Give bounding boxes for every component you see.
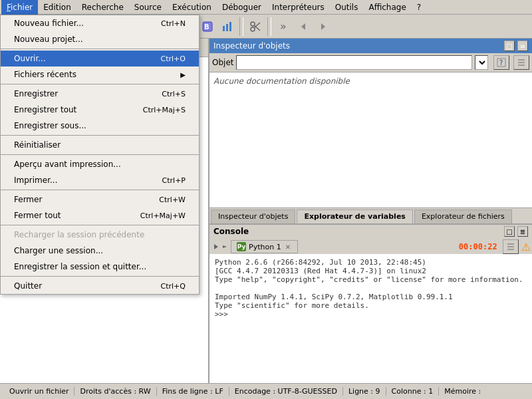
console-output[interactable]: Python 2.6.6 (r266:84292, Jul 10 2013, 2… (209, 254, 532, 383)
svg-marker-38 (223, 245, 227, 248)
menu-outils[interactable]: Outils (330, 0, 364, 15)
enregistrer-session-label: Enregistrer la session et quitter... (14, 262, 146, 271)
inspector-close-btn[interactable]: □ (504, 41, 515, 51)
menu-recherche-label: Recherche (82, 3, 124, 12)
menu-affichage[interactable]: Affichage (363, 0, 411, 15)
toolbar-back[interactable] (294, 17, 313, 36)
menu-source[interactable]: Source (129, 0, 167, 15)
statusbar: Ouvrir un fichier Droits d'accès : RW Fi… (0, 383, 532, 399)
menu-deboguer-label: Déboguer (222, 3, 261, 12)
right-panel: Inspecteur d'objets □ ≡ Objet ? (209, 39, 532, 383)
menu-enregistrer[interactable]: Enregistrer Ctrl+S (1, 86, 199, 102)
menu-enregistrer-session[interactable]: Enregistrer la session et quitter... (1, 259, 199, 275)
menu-imprimer[interactable]: Imprimer... Ctrl+P (1, 172, 199, 188)
menu-nouveau-projet[interactable]: Nouveau projet... (1, 31, 199, 47)
toolbar-debug[interactable]: B (198, 17, 217, 36)
console-timer: 00:00:22 (459, 242, 497, 251)
tab-variables-label: Explorateur de variables (304, 212, 406, 221)
menu-fichier[interactable]: Fichier (1, 0, 38, 15)
console-tab-close[interactable]: ✕ (284, 243, 292, 251)
fichier-dropdown: Nouveau fichier... Ctrl+N Nouveau projet… (0, 15, 200, 295)
inspector-panel: Inspecteur d'objets □ ≡ Objet ? (209, 39, 532, 225)
tab-files-label: Explorateur de fichiers (422, 212, 505, 221)
inspector-toolbar: Objet ? (209, 53, 532, 72)
svg-marker-37 (214, 244, 218, 249)
fermer-tout-shortcut: Ctrl+Maj+W (140, 211, 186, 220)
menu-help-label: ? (417, 3, 421, 12)
console-tab-label: Python 1 (249, 243, 281, 251)
toolbar-scissors[interactable] (246, 17, 265, 36)
menu-sep-7 (1, 276, 199, 277)
console-close-btn[interactable]: □ (504, 226, 515, 237)
inspector-help-btn[interactable]: ? (493, 55, 509, 70)
nouveau-fichier-shortcut: Ctrl+N (161, 19, 186, 28)
console-panel: Console □ ≡ Py Python 1 ✕ 00 (209, 225, 532, 383)
menu-fermer[interactable]: Fermer Ctrl+W (1, 192, 199, 207)
console-titlebar: Console □ ≡ (209, 225, 532, 238)
tab-variables[interactable]: Explorateur de variables (297, 209, 413, 223)
console-tab-arrow[interactable] (211, 241, 228, 252)
menu-sep-1 (1, 49, 199, 49)
menu-interpreteurs-label: Interpréteurs (272, 3, 325, 12)
inspector-object-dropdown[interactable] (475, 55, 488, 70)
menu-interpreteurs[interactable]: Interpréteurs (267, 0, 330, 15)
console-menu-btn[interactable]: ≡ (517, 226, 528, 237)
console-tabbar: Py Python 1 ✕ 00:00:22 ⚠ (209, 238, 532, 254)
svg-text:B: B (204, 23, 209, 31)
menu-quitter[interactable]: Quitter Ctrl+Q (1, 278, 199, 294)
menu-fichiers-recents[interactable]: Fichiers récents ▶ (1, 66, 199, 82)
toolbar-profile[interactable] (218, 17, 237, 36)
menu-enregistrer-sous[interactable]: Enregistrer sous... (1, 118, 199, 134)
menu-nouveau-fichier[interactable]: Nouveau fichier... Ctrl+N (1, 15, 199, 31)
menu-deboguer[interactable]: Déboguer (217, 0, 267, 15)
status-open-file: Ouvrir un fichier (4, 387, 74, 396)
status-access: Droits d'accès : RW (74, 387, 156, 396)
ouvrir-shortcut: Ctrl+O (161, 55, 186, 63)
svg-rect-25 (229, 22, 231, 31)
status-column: Colonne : 1 (386, 387, 440, 396)
fichiers-recents-arrow: ▶ (180, 71, 186, 78)
inspector-input-wrapper (236, 55, 488, 70)
enregistrer-tout-shortcut: Ctrl+Maj+S (143, 106, 186, 114)
menu-sep-3 (1, 135, 199, 136)
enregistrer-label: Enregistrer (14, 89, 58, 98)
toolbar-forward[interactable] (314, 17, 332, 36)
inspector-object-label: Objet (212, 58, 233, 67)
svg-marker-31 (321, 23, 325, 30)
console-list-btn[interactable] (503, 239, 519, 254)
console-warning-icon[interactable]: ⚠ (521, 241, 531, 253)
menu-help[interactable]: ? (412, 0, 426, 15)
inspector-object-input[interactable] (236, 55, 472, 70)
inspector-title: Inspecteur d'objets (213, 41, 290, 51)
menu-execution[interactable]: Exécution (167, 0, 217, 15)
tab-inspector-label: Inspecteur d'objets (218, 212, 288, 221)
menu-enregistrer-tout[interactable]: Enregistrer tout Ctrl+Maj+S (1, 102, 199, 118)
inspector-menu-btn[interactable]: ≡ (517, 41, 528, 51)
quitter-shortcut: Ctrl+Q (161, 282, 186, 291)
menu-apercu[interactable]: Aperçu avant impression... (1, 156, 199, 172)
console-tab-python[interactable]: Py Python 1 ✕ (231, 240, 298, 253)
fermer-shortcut: Ctrl+W (159, 196, 186, 204)
menu-charger-session[interactable]: Charger une session... (1, 243, 199, 259)
tab-inspector[interactable]: Inspecteur d'objets (211, 209, 295, 223)
menu-recherche[interactable]: Recherche (76, 0, 129, 15)
toolbar-more[interactable]: » (274, 17, 293, 36)
status-line: Ligne : 9 (343, 387, 386, 396)
menu-ouvrir[interactable]: Ouvrir... Ctrl+O (1, 51, 199, 66)
tab-files[interactable]: Explorateur de fichiers (414, 209, 512, 223)
console-toolbar-right: ⚠ (503, 239, 531, 254)
fichiers-recents-label: Fichiers récents (14, 70, 76, 79)
imprimer-shortcut: Ctrl+P (162, 176, 186, 185)
quitter-label: Quitter (14, 281, 42, 291)
menu-reinitialiser[interactable]: Réinitialiser (1, 137, 199, 153)
status-memory: Mémoire : (439, 387, 486, 396)
svg-rect-24 (226, 24, 228, 31)
menu-fermer-tout[interactable]: Fermer tout Ctrl+Maj+W (1, 207, 199, 223)
menu-recharger-session: Recharger la session précédente (1, 227, 199, 243)
menu-source-label: Source (134, 3, 162, 12)
inspector-list-btn[interactable] (513, 55, 529, 70)
inspector-content: Aucune documentation disponible (209, 72, 532, 207)
menu-edition[interactable]: Edition (38, 0, 76, 15)
reinitialiser-label: Réinitialiser (14, 140, 61, 150)
menu-sep-5 (1, 190, 199, 190)
